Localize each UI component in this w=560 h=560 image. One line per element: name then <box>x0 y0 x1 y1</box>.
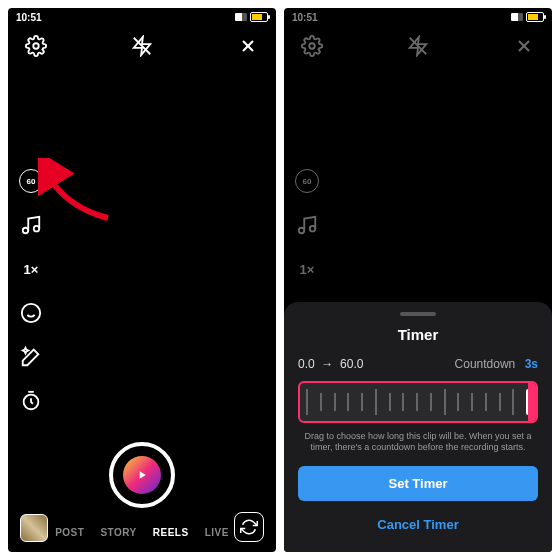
mode-story[interactable]: STORY <box>100 527 136 538</box>
mode-reels[interactable]: REELS <box>153 527 189 538</box>
mode-post[interactable]: POST <box>55 527 84 538</box>
svg-point-0 <box>33 43 39 49</box>
svg-point-6 <box>34 226 40 232</box>
status-bar: 10:51 <box>284 8 552 26</box>
tool-audio[interactable] <box>294 212 320 238</box>
annotation-arrow <box>38 158 118 228</box>
timer-range-row: 0.0 → 60.0 Countdown 3s <box>298 357 538 371</box>
countdown-value: 3s <box>525 357 538 371</box>
flash-off-button[interactable] <box>404 32 432 60</box>
top-bar <box>284 26 552 66</box>
close-button[interactable] <box>510 32 538 60</box>
sheet-handle[interactable] <box>400 312 436 316</box>
tool-duration[interactable]: 60 <box>18 168 44 194</box>
svg-point-5 <box>23 228 29 234</box>
timer-from: 0.0 <box>298 357 315 371</box>
camera-switch-button[interactable] <box>234 512 264 542</box>
timer-to: 60.0 <box>340 357 363 371</box>
sheet-title: Timer <box>298 326 538 343</box>
status-bar: 10:51 <box>8 8 276 26</box>
speed-label: 1× <box>300 262 315 277</box>
status-indicators <box>511 12 544 22</box>
tool-rail: 60 1× <box>18 168 44 414</box>
signal-icon <box>235 13 247 21</box>
signal-icon <box>511 13 523 21</box>
set-timer-button[interactable]: Set Timer <box>298 466 538 501</box>
speed-label: 1× <box>24 262 39 277</box>
status-time: 10:51 <box>16 12 42 23</box>
countdown-label: Countdown <box>455 357 516 371</box>
settings-button[interactable] <box>22 32 50 60</box>
top-bar <box>8 26 276 66</box>
reels-icon <box>123 456 161 494</box>
countdown-control[interactable]: Countdown 3s <box>455 357 538 371</box>
duration-badge: 60 <box>19 169 43 193</box>
mode-live[interactable]: LIVE <box>205 527 229 538</box>
timer-hint: Drag to choose how long this clip will b… <box>298 431 538 454</box>
tool-duration[interactable]: 60 <box>294 168 320 194</box>
bottom-controls: POST STORY REELS LIVE <box>8 454 276 552</box>
phone-right: 10:51 60 1× <box>284 8 552 552</box>
tool-effects[interactable] <box>18 300 44 326</box>
svg-point-17 <box>310 226 316 232</box>
status-indicators <box>235 12 268 22</box>
svg-point-7 <box>22 304 40 322</box>
duration-value: 60 <box>303 177 312 186</box>
tool-speed[interactable]: 1× <box>18 256 44 282</box>
duration-badge: 60 <box>295 169 319 193</box>
timer-slider[interactable] <box>298 381 538 423</box>
arrow-icon: → <box>321 357 333 371</box>
timer-sheet: Timer 0.0 → 60.0 Countdown 3s Dra <box>284 302 552 552</box>
svg-point-11 <box>309 43 315 49</box>
svg-point-16 <box>299 228 305 234</box>
cancel-timer-button[interactable]: Cancel Timer <box>298 511 538 538</box>
flash-off-button[interactable] <box>128 32 156 60</box>
timer-range-text: 0.0 → 60.0 <box>298 357 363 371</box>
close-button[interactable] <box>234 32 262 60</box>
battery-icon <box>526 12 544 22</box>
tool-timer[interactable] <box>18 388 44 414</box>
tool-touchup[interactable] <box>18 344 44 370</box>
phone-left: 10:51 60 1× <box>8 8 276 552</box>
settings-button[interactable] <box>298 32 326 60</box>
capture-button[interactable] <box>109 442 175 508</box>
battery-icon <box>250 12 268 22</box>
slider-handle[interactable] <box>526 389 530 415</box>
tool-speed[interactable]: 1× <box>294 256 320 282</box>
duration-value: 60 <box>27 177 36 186</box>
tool-audio[interactable] <box>18 212 44 238</box>
status-time: 10:51 <box>292 12 318 23</box>
